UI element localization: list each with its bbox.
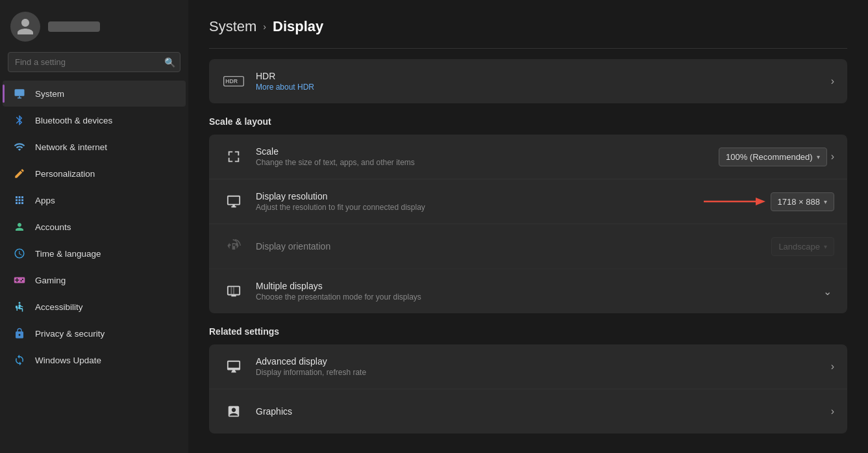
sidebar-item-time[interactable]: Time & language [3, 240, 186, 266]
bluetooth-icon [13, 114, 26, 127]
related-settings-title: Related settings [209, 326, 847, 337]
multiple-displays-expand-button[interactable]: ⌄ [821, 285, 834, 298]
search-container: 🔍 [8, 52, 180, 72]
advanced-display-chevron: › [831, 361, 834, 372]
orientation-chevron-down-icon: ▾ [824, 243, 827, 250]
orientation-text: Display orientation [256, 241, 761, 252]
sidebar-item-system-label: System [35, 89, 64, 99]
sidebar-item-accounts[interactable]: Accounts [3, 214, 186, 240]
resolution-chevron-down-icon: ▾ [824, 198, 827, 205]
sidebar-item-bluetooth-label: Bluetooth & devices [35, 116, 112, 125]
scale-dropdown[interactable]: 100% (Recommended) ▾ [719, 148, 827, 166]
breadcrumb-parent: System [209, 18, 256, 35]
resolution-dropdown[interactable]: 1718 × 888 ▾ [771, 192, 834, 211]
related-settings-card: Advanced display Display information, re… [209, 344, 847, 434]
svg-point-3 [19, 302, 21, 304]
hdr-subtitle: More about HDR [256, 83, 821, 92]
scale-action: 100% (Recommended) ▾ › [719, 148, 834, 166]
scale-value: 100% (Recommended) [726, 152, 813, 162]
gaming-icon [13, 274, 26, 287]
sidebar-item-update[interactable]: Windows Update [3, 347, 186, 373]
hdr-row[interactable]: HDR HDR More about HDR › [209, 59, 847, 103]
sidebar-item-network[interactable]: Network & internet [3, 134, 186, 160]
user-avatar-icon [16, 17, 35, 36]
advanced-display-row[interactable]: Advanced display Display information, re… [209, 344, 847, 389]
apps-icon [13, 194, 26, 207]
sidebar-item-bluetooth[interactable]: Bluetooth & devices [3, 107, 186, 133]
privacy-icon [13, 327, 26, 340]
resolution-icon [222, 190, 245, 213]
advanced-display-text: Advanced display Display information, re… [256, 356, 821, 377]
main-content: System › Display HDR HDR More about HDR … [188, 0, 868, 453]
multiple-displays-subtitle: Choose the presentation mode for your di… [256, 292, 810, 302]
system-icon [13, 87, 26, 100]
sidebar-item-accessibility[interactable]: Accessibility [3, 294, 186, 320]
hdr-chevron: › [831, 75, 834, 87]
orientation-title: Display orientation [256, 241, 761, 252]
orientation-action: Landscape ▾ [771, 237, 834, 256]
search-icon: 🔍 [164, 57, 175, 68]
multiple-displays-row[interactable]: Multiple displays Choose the presentatio… [209, 269, 847, 313]
avatar [10, 12, 40, 42]
sidebar-item-gaming-label: Gaming [35, 276, 66, 285]
sidebar-item-privacy-label: Privacy & security [35, 329, 105, 339]
header-divider [209, 48, 847, 49]
sidebar-item-system[interactable]: System [3, 81, 186, 107]
sidebar-item-accounts-label: Accounts [35, 222, 71, 232]
update-icon [13, 354, 26, 367]
sidebar-item-time-label: Time & language [35, 249, 101, 259]
resolution-action: 1718 × 888 ▾ [701, 192, 834, 211]
sidebar-item-personalization[interactable]: Personalization [3, 161, 186, 187]
page-header: System › Display [209, 0, 847, 48]
network-icon [13, 140, 26, 153]
advanced-display-subtitle: Display information, refresh rate [256, 368, 821, 377]
orientation-value: Landscape [778, 242, 820, 252]
svg-rect-0 [15, 89, 25, 96]
sidebar-item-personalization-label: Personalization [35, 169, 95, 179]
hdr-title: HDR [256, 71, 821, 81]
resolution-text: Display resolution Adjust the resolution… [256, 191, 690, 212]
hdr-card: HDR HDR More about HDR › [209, 59, 847, 103]
accounts-icon [13, 220, 26, 233]
sidebar: 🔍 System Bluetooth & devices Network & i… [0, 0, 188, 453]
orientation-row: Display orientation Landscape ▾ [209, 224, 847, 269]
hdr-icon: HDR [222, 70, 245, 93]
scale-row[interactable]: Scale Change the size of text, apps, and… [209, 135, 847, 179]
user-profile[interactable] [0, 0, 188, 52]
scale-chevron: › [831, 151, 834, 162]
sidebar-item-apps-label: Apps [35, 196, 55, 205]
scale-layout-title: Scale & layout [209, 116, 847, 127]
advanced-display-icon [222, 355, 245, 378]
scale-chevron-down-icon: ▾ [817, 153, 820, 161]
sidebar-item-gaming[interactable]: Gaming [3, 267, 186, 293]
breadcrumb-chevron: › [263, 21, 266, 32]
multiple-displays-icon [222, 279, 245, 303]
advanced-display-title: Advanced display [256, 356, 821, 367]
orientation-dropdown: Landscape ▾ [771, 237, 834, 256]
graphics-text: Graphics [256, 406, 821, 417]
time-icon [13, 247, 26, 260]
scale-layout-card: Scale Change the size of text, apps, and… [209, 135, 847, 313]
sidebar-item-apps[interactable]: Apps [3, 187, 186, 213]
resolution-value: 1718 × 888 [778, 197, 820, 207]
graphics-row[interactable]: Graphics › [209, 389, 847, 434]
accessibility-icon [13, 300, 26, 313]
breadcrumb-current: Display [273, 18, 323, 35]
resolution-subtitle: Adjust the resolution to fit your connec… [256, 203, 690, 212]
scale-icon [222, 145, 245, 168]
svg-text:HDR: HDR [225, 78, 238, 84]
graphics-chevron: › [831, 406, 834, 417]
multiple-displays-text: Multiple displays Choose the presentatio… [256, 281, 810, 302]
sidebar-item-update-label: Windows Update [35, 356, 101, 365]
resolution-title: Display resolution [256, 191, 690, 201]
search-input[interactable] [8, 52, 180, 72]
multiple-displays-title: Multiple displays [256, 281, 810, 291]
scale-text: Scale Change the size of text, apps, and… [256, 146, 708, 167]
scale-subtitle: Change the size of text, apps, and other… [256, 158, 708, 167]
sidebar-item-privacy[interactable]: Privacy & security [3, 320, 186, 346]
resolution-row[interactable]: Display resolution Adjust the resolution… [209, 179, 847, 224]
sidebar-item-network-label: Network & internet [35, 142, 107, 152]
sidebar-nav: System Bluetooth & devices Network & int… [0, 80, 188, 453]
scale-title: Scale [256, 146, 708, 157]
sidebar-item-accessibility-label: Accessibility [35, 302, 83, 312]
